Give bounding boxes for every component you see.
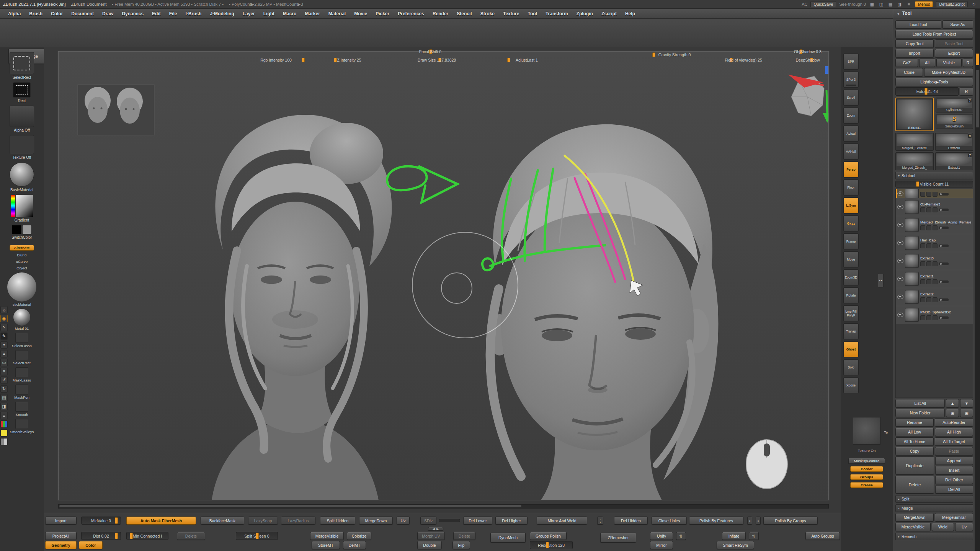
tray-item[interactable]: sticMaterial (0, 272, 44, 306)
alpha-selector[interactable]: Alpha Off (10, 106, 34, 132)
subtool-row[interactable]: Extract0 (896, 252, 973, 270)
tool-thumbnail[interactable]: 9 Extract0 (935, 133, 973, 151)
bottom-button[interactable]: ⋮ (597, 517, 603, 525)
bottom-button[interactable]: MidValue 0 (81, 517, 121, 525)
merge-button[interactable]: MergeSimilar (935, 513, 973, 522)
eye-icon[interactable] (897, 259, 903, 263)
del-all-button[interactable]: Del All (935, 485, 973, 494)
tool-panel-button[interactable]: Paste Tool (935, 39, 973, 48)
stroke-selector[interactable]: Rect (13, 82, 31, 103)
texture-slot-thumbnail[interactable] (853, 417, 880, 445)
tray-item[interactable]: Object (0, 266, 44, 270)
edge-icon[interactable]: ◉ (0, 315, 8, 322)
folder-icon[interactable] (933, 192, 938, 197)
menu-item[interactable]: Tool (524, 10, 540, 17)
menus-button[interactable]: Menus (915, 1, 933, 7)
texture-on-label[interactable]: Texture On (858, 448, 875, 453)
mask-by-feature-button[interactable]: MaskByFeature (848, 458, 885, 464)
edge-icon[interactable] (0, 438, 8, 445)
right-shelf-button[interactable]: Ghost (843, 341, 859, 357)
insert-button[interactable]: Insert (935, 466, 973, 474)
sculpt-icon[interactable] (926, 225, 931, 230)
subtool-button[interactable]: Rename (895, 418, 934, 427)
merge-section-header[interactable]: ▾Merge (895, 504, 973, 512)
canvas-horizontal-scrollbar[interactable] (58, 504, 829, 509)
tool-panel-button[interactable]: All (919, 59, 935, 67)
tool-thumbnail[interactable]: Merged_Zbrush_ (895, 152, 934, 170)
bottom-button[interactable]: Geometry (45, 541, 77, 549)
subtool-button[interactable]: ▣ (960, 409, 973, 417)
menu-item[interactable]: Alpha (5, 10, 24, 17)
subtool-button[interactable]: ▼ (960, 399, 973, 408)
bottom-button[interactable]: ProjectAll (45, 532, 77, 540)
subtool-mini-slider[interactable] (939, 298, 949, 301)
folder-icon[interactable] (933, 315, 938, 320)
scrollbar-marker[interactable] (976, 54, 979, 65)
bottom-button[interactable]: ⇅ (676, 532, 686, 540)
folder-icon[interactable] (933, 279, 938, 284)
bottom-button[interactable]: MergeVisible (310, 532, 344, 540)
page-scrollbar[interactable] (975, 9, 980, 551)
edge-icon[interactable]: ≡ (0, 412, 8, 419)
subtool-button[interactable]: ▣ (946, 409, 959, 417)
eye-icon[interactable] (897, 313, 903, 317)
edge-icon[interactable] (0, 429, 8, 437)
bottom-button[interactable]: Min Connected I (126, 532, 168, 540)
obj-shadow-slider[interactable]: ObjShadow 0.3 (789, 49, 826, 55)
alpha-thumbnail[interactable] (10, 106, 34, 127)
bottom-button[interactable]: ◄► (428, 527, 443, 531)
edge-icon[interactable]: ✦ (0, 341, 8, 349)
bottom-button[interactable]: SDiv (420, 517, 436, 525)
texture-selector[interactable]: Texture Off (10, 135, 34, 160)
right-shelf-button[interactable]: Transp (843, 323, 859, 339)
subtool-row[interactable]: PM3D_Sphere3D2 (896, 306, 973, 324)
tool-thumbnail[interactable]: 7 Cylinder3D (936, 98, 973, 112)
bottom-button[interactable]: ⇅ (749, 532, 759, 540)
refresh-icon[interactable]: ↻ (971, 2, 977, 7)
stroke-thumbnail[interactable] (13, 82, 31, 98)
duplicate-button[interactable]: Duplicate (895, 456, 934, 474)
subtool-row[interactable] (896, 189, 973, 198)
tool-panel-button[interactable]: Save As (942, 20, 973, 29)
folder-icon[interactable] (933, 243, 938, 248)
menu-item[interactable]: Draw (99, 10, 117, 17)
right-shelf-button[interactable]: Zoom3D (843, 269, 859, 285)
paint-icon[interactable] (920, 279, 925, 284)
edge-icon[interactable]: ▭ (0, 359, 8, 366)
menu-item[interactable]: Movie (351, 10, 371, 17)
merge-button[interactable]: Uv (955, 523, 973, 531)
bottom-button[interactable]: Smart ReSym (717, 541, 754, 549)
bottom-button[interactable]: Morph UV (417, 532, 445, 540)
subtool-button[interactable]: All High (935, 428, 973, 436)
color-picker[interactable]: Gradient (11, 195, 33, 222)
menu-item[interactable]: J-Modeling (206, 10, 237, 17)
tray-divider-handle[interactable]: ◄► (878, 273, 884, 288)
right-shelf-button[interactable]: Actual (843, 126, 859, 142)
menu-item[interactable]: Picker (372, 10, 393, 17)
merge-button[interactable]: MergeDown (895, 513, 934, 522)
tray-item[interactable]: Alternate (0, 245, 44, 251)
bottom-button[interactable]: Del Lower (463, 517, 492, 525)
tool-panel-button[interactable]: Copy Tool (895, 39, 934, 48)
right-shelf-button[interactable]: Frame (843, 233, 859, 249)
menu-item[interactable]: Color (47, 10, 66, 17)
paint-icon[interactable] (920, 207, 925, 212)
edge-icon[interactable]: ▤ (0, 394, 8, 401)
bottom-button[interactable]: StoreMT (312, 541, 340, 549)
polygroup-button[interactable]: Crease (850, 482, 883, 488)
tool-panel-button[interactable]: Export (935, 49, 973, 57)
subtool-row[interactable]: Merged_Zbrush_Aging_Female (896, 216, 973, 234)
bottom-button[interactable]: Auto Mask FiberMesh (126, 517, 196, 525)
right-shelf-button[interactable]: Move (843, 251, 859, 267)
paint-icon[interactable] (920, 261, 925, 266)
right-shelf-button[interactable]: Rotate (843, 287, 859, 303)
switch-color-swatches[interactable] (12, 225, 32, 234)
sculpt-icon[interactable] (926, 279, 931, 284)
right-shelf-button[interactable]: SPix 3 (843, 72, 859, 88)
menu-item[interactable]: Preferences (394, 10, 428, 17)
material-selector[interactable]: BasicMaterial (10, 162, 34, 192)
menu-item[interactable]: Marker (301, 10, 323, 17)
eye-icon[interactable] (897, 277, 903, 281)
bottom-button[interactable]: ▪ (747, 517, 752, 525)
tool-panel-button[interactable]: Make PolyMesh3D (924, 68, 973, 77)
